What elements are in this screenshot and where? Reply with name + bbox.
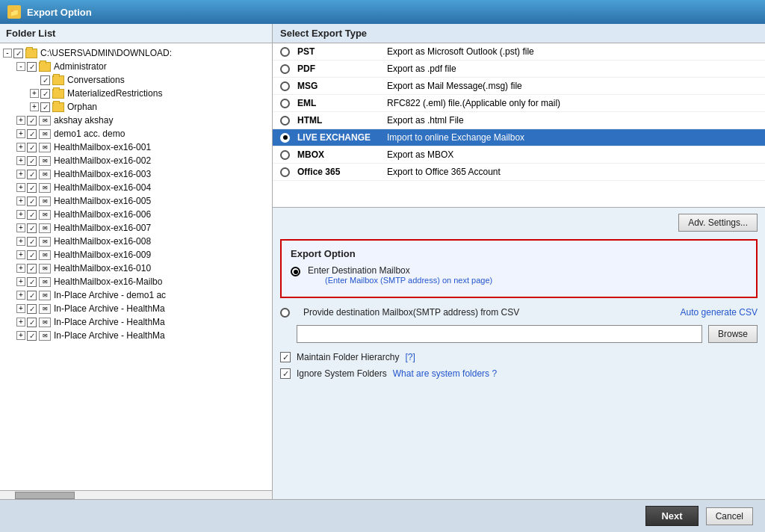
expand-button[interactable]: + xyxy=(16,318,25,327)
export-type-radio[interactable] xyxy=(280,150,290,160)
tree-item[interactable]: +✉HealthMailbox-ex16-Mailbo xyxy=(0,275,272,288)
export-type-radio[interactable] xyxy=(280,99,290,108)
expand-button[interactable]: + xyxy=(16,331,25,340)
tree-item[interactable]: +✉HealthMailbox-ex16-008 xyxy=(0,235,272,248)
tree-item[interactable]: +✉HealthMailbox-ex16-007 xyxy=(0,221,272,235)
export-type-row-pdf[interactable]: PDFExport as .pdf file xyxy=(273,61,765,78)
tree-checkbox[interactable] xyxy=(40,89,50,99)
option-row-1[interactable]: Enter Destination Mailbox (Enter Mailbox… xyxy=(291,265,747,285)
tree-item[interactable]: +✉akshay akshay xyxy=(0,114,272,127)
h-scroll-thumb[interactable] xyxy=(15,492,75,499)
expand-button[interactable]: + xyxy=(16,250,25,259)
expand-button[interactable]: + xyxy=(16,277,25,286)
maintain-folder-hierarchy-checkbox[interactable] xyxy=(280,352,291,362)
expand-button[interactable]: + xyxy=(16,197,25,205)
tree-item[interactable]: +✉demo1 acc. demo xyxy=(0,127,272,140)
tree-item[interactable]: -C:\USERS\ADMIN\DOWNLOAD: xyxy=(0,46,272,60)
tree-checkbox[interactable] xyxy=(27,210,37,220)
expand-button[interactable]: + xyxy=(16,291,25,300)
title-text: Export Option xyxy=(27,7,92,18)
tree-checkbox[interactable] xyxy=(27,304,37,314)
mailbox-icon: ✉ xyxy=(39,291,51,300)
tree-checkbox[interactable] xyxy=(27,62,37,72)
folder-tree[interactable]: -C:\USERS\ADMIN\DOWNLOAD:-AdministratorC… xyxy=(0,43,272,490)
tree-checkbox[interactable] xyxy=(27,183,37,193)
expand-button[interactable]: + xyxy=(16,264,25,273)
tree-checkbox[interactable] xyxy=(27,143,37,152)
next-button[interactable]: Next xyxy=(645,506,698,526)
horizontal-scrollbar[interactable] xyxy=(0,490,272,499)
export-type-row-mbox[interactable]: MBOXExport as MBOX xyxy=(273,146,765,164)
tree-item[interactable]: +✉In-Place Archive - HealthMa xyxy=(0,315,272,329)
export-type-row-eml[interactable]: EMLRFC822 (.eml) file.(Applicable only f… xyxy=(273,95,765,112)
expand-button[interactable]: + xyxy=(16,116,25,125)
tree-item[interactable]: +✉HealthMailbox-ex16-001 xyxy=(0,140,272,154)
tree-checkbox[interactable] xyxy=(27,277,37,287)
tree-checkbox[interactable] xyxy=(27,237,37,247)
expand-button[interactable]: - xyxy=(3,49,12,58)
export-type-row-html[interactable]: HTMLExport as .html File xyxy=(273,112,765,129)
tree-item[interactable]: +MaterializedRestrictions xyxy=(0,87,272,100)
folder-hierarchy-help-link[interactable]: [?] xyxy=(405,352,415,362)
tree-checkbox[interactable] xyxy=(27,129,37,139)
tree-item[interactable]: +✉HealthMailbox-ex16-009 xyxy=(0,248,272,262)
tree-checkbox[interactable] xyxy=(27,264,37,273)
tree-item[interactable]: +✉In-Place Archive - demo1 ac xyxy=(0,288,272,302)
tree-checkbox[interactable] xyxy=(27,291,37,300)
ignore-system-folders-checkbox[interactable] xyxy=(280,368,291,379)
export-type-radio[interactable] xyxy=(280,167,290,177)
expand-button[interactable]: + xyxy=(16,237,25,246)
export-type-radio[interactable] xyxy=(280,133,290,143)
export-type-radio[interactable] xyxy=(280,47,290,57)
expand-button[interactable]: + xyxy=(16,304,25,313)
option1-radio[interactable] xyxy=(291,267,300,276)
tree-checkbox[interactable] xyxy=(27,223,37,233)
tree-item[interactable]: +✉In-Place Archive - HealthMa xyxy=(0,302,272,315)
tree-item[interactable]: +Orphan xyxy=(0,100,272,114)
option2-radio[interactable] xyxy=(280,308,290,318)
maintain-folder-hierarchy-row: Maintain Folder Hierarchy [?] xyxy=(280,352,758,362)
expand-button[interactable]: + xyxy=(16,143,25,152)
expand-button[interactable]: + xyxy=(30,89,39,98)
expand-button[interactable]: - xyxy=(16,62,25,71)
export-type-row-live[interactable]: LIVE EXCHANGEImport to online Exchange M… xyxy=(273,129,765,146)
tree-item[interactable]: +✉HealthMailbox-ex16-002 xyxy=(0,154,272,167)
expand-button[interactable]: + xyxy=(16,156,25,165)
tree-item[interactable]: +✉HealthMailbox-ex16-005 xyxy=(0,194,272,208)
tree-checkbox[interactable] xyxy=(40,102,50,112)
expand-button[interactable]: + xyxy=(16,210,25,219)
tree-item[interactable]: +✉In-Place Archive - HealthMa xyxy=(0,329,272,342)
expand-button[interactable]: + xyxy=(16,170,25,179)
auto-generate-csv-link[interactable]: Auto generate CSV xyxy=(681,307,758,318)
csv-file-input[interactable] xyxy=(297,325,702,343)
tree-checkbox[interactable] xyxy=(27,318,37,327)
system-folders-help-link[interactable]: What are system folders ? xyxy=(393,368,497,379)
tree-item[interactable]: -Administrator xyxy=(0,60,272,73)
expand-button[interactable]: + xyxy=(30,102,39,111)
tree-item[interactable]: +✉HealthMailbox-ex16-010 xyxy=(0,262,272,275)
export-type-row-pst[interactable]: PSTExport as Microsoft Outlook (.pst) fi… xyxy=(273,43,765,61)
tree-checkbox[interactable] xyxy=(40,75,50,85)
tree-checkbox[interactable] xyxy=(27,331,37,341)
tree-item[interactable]: +✉HealthMailbox-ex16-003 xyxy=(0,167,272,181)
tree-checkbox[interactable] xyxy=(13,49,23,58)
expand-button[interactable]: + xyxy=(16,223,25,232)
tree-item[interactable]: Conversations xyxy=(0,73,272,87)
export-type-row-office365[interactable]: Office 365Export to Office 365 Account xyxy=(273,164,765,181)
expand-button[interactable]: + xyxy=(16,129,25,138)
tree-item[interactable]: +✉HealthMailbox-ex16-004 xyxy=(0,181,272,194)
export-type-radio[interactable] xyxy=(280,81,290,91)
export-type-radio[interactable] xyxy=(280,64,290,74)
tree-checkbox[interactable] xyxy=(27,156,37,166)
adv-settings-button[interactable]: Adv. Settings... xyxy=(678,214,758,232)
tree-checkbox[interactable] xyxy=(27,197,37,206)
tree-checkbox[interactable] xyxy=(27,116,37,126)
tree-item[interactable]: +✉HealthMailbox-ex16-006 xyxy=(0,208,272,221)
tree-checkbox[interactable] xyxy=(27,170,37,179)
export-type-radio[interactable] xyxy=(280,116,290,126)
expand-button[interactable]: + xyxy=(16,183,25,192)
browse-button[interactable]: Browse xyxy=(708,325,758,343)
tree-checkbox[interactable] xyxy=(27,250,37,260)
cancel-button[interactable]: Cancel xyxy=(706,507,753,525)
export-type-row-msg[interactable]: MSGExport as Mail Message(.msg) file xyxy=(273,78,765,95)
